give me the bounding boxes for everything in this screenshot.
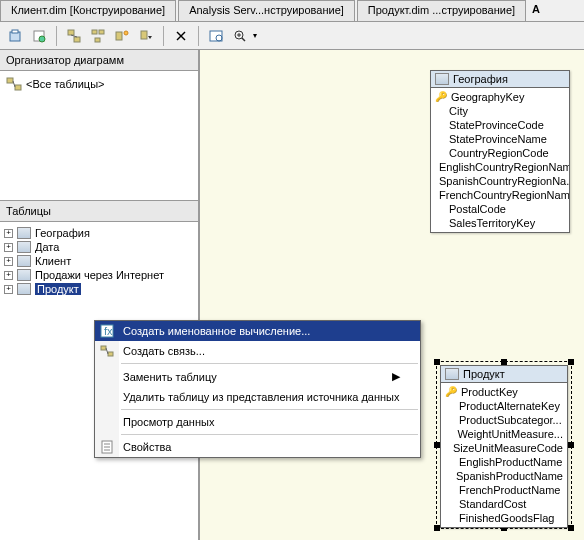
column-row[interactable]: SpanishCountryRegionNa... bbox=[431, 174, 569, 188]
svg-text:fx: fx bbox=[104, 325, 113, 337]
left-panel: Организатор диаграмм <Все таблицы> Табли… bbox=[0, 50, 200, 540]
menu-separator bbox=[121, 434, 418, 435]
column-row[interactable]: PostalCode bbox=[431, 202, 569, 216]
svg-rect-21 bbox=[7, 78, 13, 83]
column-row[interactable]: StateProvinceCode bbox=[431, 118, 569, 132]
menu-delete-table[interactable]: Удалить таблицу из представления источни… bbox=[95, 387, 420, 407]
expand-icon[interactable]: + bbox=[4, 271, 13, 280]
zoom-button[interactable] bbox=[229, 25, 251, 47]
column-row[interactable]: SizeUnitMeasureCode bbox=[441, 441, 567, 455]
menu-label: Просмотр данных bbox=[123, 416, 214, 428]
table-icon bbox=[17, 283, 31, 295]
column-name: EnglishProductName bbox=[459, 455, 562, 469]
dropdown-arrow-icon[interactable]: ▾ bbox=[253, 31, 257, 40]
column-row[interactable]: 🔑GeographyKey bbox=[431, 90, 569, 104]
menu-separator bbox=[121, 409, 418, 410]
column-row[interactable]: 🔑ProductKey bbox=[441, 385, 567, 399]
expand-icon[interactable]: + bbox=[4, 257, 13, 266]
column-name: EnglishCountryRegionName bbox=[439, 160, 569, 174]
column-name: StateProvinceCode bbox=[449, 118, 544, 132]
menu-properties[interactable]: Свойства bbox=[95, 437, 420, 457]
column-name: FrenchCountryRegionName bbox=[439, 188, 569, 202]
all-tables-label: <Все таблицы> bbox=[26, 78, 104, 90]
tree-item-sales[interactable]: +Продажи через Интернет bbox=[4, 268, 194, 282]
tree-item-client[interactable]: +Клиент bbox=[4, 254, 194, 268]
toolbar-btn-4[interactable] bbox=[87, 25, 109, 47]
column-row[interactable]: EnglishProductName bbox=[441, 455, 567, 469]
column-row[interactable]: StandardCost bbox=[441, 497, 567, 511]
column-row[interactable]: CountryRegionCode bbox=[431, 146, 569, 160]
column-row[interactable]: EnglishCountryRegionName bbox=[431, 160, 569, 174]
column-name: ProductKey bbox=[461, 385, 518, 399]
column-name: SpanishProductName bbox=[456, 469, 563, 483]
toolbar-btn-6[interactable] bbox=[135, 25, 157, 47]
tab-analysis[interactable]: Analysis Serv...нструирование] bbox=[178, 0, 355, 21]
column-row[interactable]: ProductAlternateKey bbox=[441, 399, 567, 413]
tree-item-product[interactable]: +Продукт bbox=[4, 282, 194, 296]
tab-client[interactable]: Клиент.dim [Конструирование] bbox=[0, 0, 176, 21]
tree-item-date[interactable]: +Дата bbox=[4, 240, 194, 254]
delete-button[interactable] bbox=[170, 25, 192, 47]
tab-product[interactable]: Продукт.dim ...струирование] bbox=[357, 0, 526, 21]
column-row[interactable]: City bbox=[431, 104, 569, 118]
tab-overflow: A bbox=[528, 0, 544, 21]
column-row[interactable]: FrenchCountryRegionName bbox=[431, 188, 569, 202]
toolbar-btn-view[interactable] bbox=[205, 25, 227, 47]
svg-rect-10 bbox=[116, 32, 122, 40]
menu-replace-table[interactable]: Заменить таблицу ▶ bbox=[95, 366, 420, 387]
table-icon bbox=[17, 255, 31, 267]
menu-label: Удалить таблицу из представления источни… bbox=[123, 391, 400, 403]
all-tables-item[interactable]: <Все таблицы> bbox=[4, 75, 194, 93]
svg-rect-8 bbox=[99, 30, 104, 34]
toolbar-btn-2[interactable] bbox=[28, 25, 50, 47]
svg-rect-9 bbox=[95, 38, 100, 42]
toolbar-btn-3[interactable] bbox=[63, 25, 85, 47]
column-name: SpanishCountryRegionNa... bbox=[439, 174, 569, 188]
relation-icon bbox=[99, 343, 115, 359]
column-name: FrenchProductName bbox=[459, 483, 561, 497]
column-row[interactable]: FrenchProductName bbox=[441, 483, 567, 497]
key-icon: 🔑 bbox=[435, 90, 447, 104]
expand-icon[interactable]: + bbox=[4, 229, 13, 238]
entity-geography[interactable]: География 🔑GeographyKey City StateProvin… bbox=[430, 70, 570, 233]
column-name: CountryRegionCode bbox=[449, 146, 549, 160]
menu-create-relation[interactable]: Создать связь... bbox=[95, 341, 420, 361]
entity-product[interactable]: Продукт 🔑ProductKey ProductAlternateKey … bbox=[440, 365, 568, 528]
svg-rect-7 bbox=[92, 30, 97, 34]
entity-columns: 🔑GeographyKey City StateProvinceCode Sta… bbox=[431, 88, 569, 232]
entity-header[interactable]: Продукт bbox=[441, 366, 567, 383]
menu-create-named-calc[interactable]: fx Создать именованное вычисление... bbox=[95, 321, 420, 341]
diagram-icon bbox=[6, 77, 22, 91]
entity-title: Продукт bbox=[463, 368, 505, 380]
column-row[interactable]: SpanishProductName bbox=[441, 469, 567, 483]
toolbar-btn-5[interactable] bbox=[111, 25, 133, 47]
tree-label: Клиент bbox=[35, 255, 71, 267]
column-name: ProductSubcategor... bbox=[459, 413, 562, 427]
column-row[interactable]: FinishedGoodsFlag bbox=[441, 511, 567, 525]
diagram-canvas[interactable]: География 🔑GeographyKey City StateProvin… bbox=[200, 50, 584, 540]
column-row[interactable]: WeightUnitMeasure... bbox=[441, 427, 567, 441]
column-name: StateProvinceName bbox=[449, 132, 547, 146]
svg-rect-1 bbox=[12, 30, 18, 33]
organizer-body: <Все таблицы> bbox=[0, 71, 198, 201]
expand-icon[interactable]: + bbox=[4, 285, 13, 294]
column-name: PostalCode bbox=[449, 202, 506, 216]
document-tabs: Клиент.dim [Конструирование] Analysis Se… bbox=[0, 0, 584, 22]
entity-header[interactable]: География bbox=[431, 71, 569, 88]
toolbar-btn-1[interactable] bbox=[4, 25, 26, 47]
submenu-arrow-icon: ▶ bbox=[392, 370, 400, 383]
column-row[interactable]: SalesTerritoryKey bbox=[431, 216, 569, 230]
table-icon bbox=[17, 269, 31, 281]
column-name: City bbox=[449, 104, 468, 118]
column-row[interactable]: ProductSubcategor... bbox=[441, 413, 567, 427]
menu-view-data[interactable]: Просмотр данных bbox=[95, 412, 420, 432]
expand-icon[interactable]: + bbox=[4, 243, 13, 252]
table-icon bbox=[445, 368, 459, 380]
tree-label: География bbox=[35, 227, 90, 239]
column-row[interactable]: StateProvinceName bbox=[431, 132, 569, 146]
calc-icon: fx bbox=[99, 323, 115, 339]
column-name: SizeUnitMeasureCode bbox=[453, 441, 563, 455]
svg-rect-5 bbox=[74, 37, 80, 42]
tree-item-geography[interactable]: +География bbox=[4, 226, 194, 240]
column-name: WeightUnitMeasure... bbox=[457, 427, 563, 441]
